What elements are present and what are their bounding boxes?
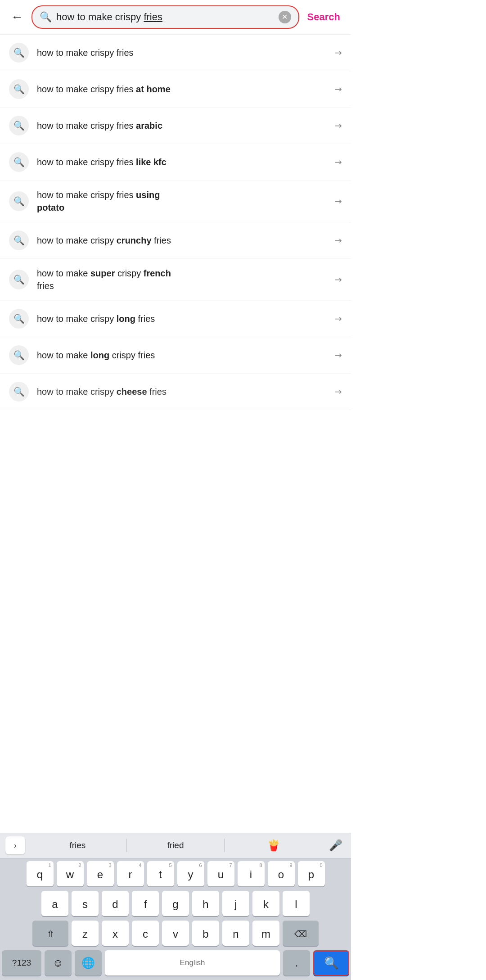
keyboard-row-bottom: ?123 ☺ 🌐 English . 🔍 — [2, 950, 349, 975]
arrow-icon: ↗ — [332, 234, 345, 247]
list-item[interactable]: 🔍 how to make crispy fries arabic ↗ — [0, 108, 351, 144]
keyboard-row-3: ⇧ z x c v b n m ⌫ — [2, 921, 349, 946]
suggestion-search-icon: 🔍 — [9, 382, 29, 402]
list-item[interactable]: 🔍 how to make crispy crunchy fries ↗ — [0, 222, 351, 259]
keyboard-row-2: a s d f g h j k l — [2, 891, 349, 916]
suggestion-text: how to make long crispy fries — [37, 349, 326, 361]
keyboard-word-2[interactable]: fried — [127, 839, 225, 852]
list-item[interactable]: 🔍 how to make crispy fries ↗ — [0, 35, 351, 71]
suggestion-search-icon: 🔍 — [9, 230, 29, 250]
keyboard-mic-button[interactable]: 🎤 — [326, 836, 346, 854]
search-button[interactable]: Search — [304, 9, 344, 25]
list-item[interactable]: 🔍 how to make super crispy frenchfries ↗ — [0, 259, 351, 301]
shift-key[interactable]: ⇧ — [32, 921, 68, 946]
clear-icon: ✕ — [282, 14, 288, 21]
list-item[interactable]: 🔍 how to make crispy fries usingpotato ↗ — [0, 181, 351, 222]
key-q[interactable]: 1q — [27, 861, 54, 886]
key-k[interactable]: k — [252, 891, 279, 916]
key-z[interactable]: z — [72, 921, 99, 946]
key-n[interactable]: n — [222, 921, 249, 946]
arrow-icon: ↗ — [332, 273, 345, 286]
key-d[interactable]: d — [102, 891, 129, 916]
suggestion-text: how to make crispy fries — [37, 46, 326, 59]
key-p[interactable]: 0p — [298, 861, 325, 886]
key-v[interactable]: v — [162, 921, 189, 946]
suggestion-text: how to make super crispy frenchfries — [37, 267, 326, 292]
arrow-icon: ↗ — [332, 349, 345, 362]
arrow-icon: ↗ — [332, 119, 345, 132]
suggestions-list: 🔍 how to make crispy fries ↗ 🔍 how to ma… — [0, 35, 351, 410]
suggestion-text: how to make crispy cheese fries — [37, 385, 326, 398]
key-i[interactable]: 8i — [238, 861, 265, 886]
suggestion-text: how to make crispy fries like kfc — [37, 156, 326, 168]
key-j[interactable]: j — [222, 891, 249, 916]
space-key[interactable]: English — [105, 950, 280, 975]
suggestion-search-icon: 🔍 — [9, 116, 29, 135]
keyboard-suggestions-words: fries fried 🍟 — [25, 837, 326, 854]
suggestion-text: how to make crispy fries usingpotato — [37, 189, 326, 214]
key-r[interactable]: 4r — [117, 861, 144, 886]
suggestion-search-icon: 🔍 — [9, 43, 29, 63]
suggestion-search-icon: 🔍 — [9, 309, 29, 329]
keyboard-suggestions-bar: › fries fried 🍟 🎤 — [0, 833, 351, 858]
key-s[interactable]: s — [72, 891, 99, 916]
list-item[interactable]: 🔍 how to make crispy long fries ↗ — [0, 301, 351, 337]
emoji-key[interactable]: ☺ — [45, 950, 72, 975]
keyboard-search-icon: 🔍 — [324, 956, 338, 970]
search-input[interactable]: how to make crispy fries — [56, 11, 274, 23]
back-button[interactable]: ← — [7, 8, 27, 26]
keyboard-search-button[interactable]: 🔍 — [313, 950, 349, 975]
key-u[interactable]: 7u — [207, 861, 234, 886]
keyboard: › fries fried 🍟 🎤 1q 2w 3e 4r 5t 6y 7u 8… — [0, 833, 351, 980]
search-header: ← 🔍 how to make crispy fries ✕ Search — [0, 0, 351, 35]
numsym-key[interactable]: ?123 — [2, 950, 41, 975]
key-t[interactable]: 5t — [147, 861, 174, 886]
emoji-icon: ☺ — [53, 957, 64, 969]
list-item[interactable]: 🔍 how to make crispy cheese fries ↗ — [0, 374, 351, 410]
key-e[interactable]: 3e — [87, 861, 114, 886]
key-a[interactable]: a — [41, 891, 68, 916]
arrow-icon: ↗ — [332, 46, 345, 59]
suggestion-search-icon: 🔍 — [9, 270, 29, 289]
suggestion-search-icon: 🔍 — [9, 152, 29, 172]
keyboard-word-1[interactable]: fries — [29, 839, 127, 852]
arrow-icon: ↗ — [332, 312, 345, 325]
arrow-icon: ↗ — [332, 195, 345, 208]
suggestion-search-icon: 🔍 — [9, 191, 29, 211]
suggestion-text: how to make crispy fries at home — [37, 83, 326, 95]
keyboard-word-3[interactable]: 🍟 — [225, 837, 322, 854]
search-box: 🔍 how to make crispy fries ✕ — [32, 5, 299, 29]
keyboard-expand-button[interactable]: › — [5, 836, 25, 854]
key-h[interactable]: h — [192, 891, 219, 916]
arrow-icon: ↗ — [332, 385, 345, 398]
key-w[interactable]: 2w — [57, 861, 84, 886]
suggestion-search-icon: 🔍 — [9, 79, 29, 99]
list-item[interactable]: 🔍 how to make crispy fries like kfc ↗ — [0, 144, 351, 181]
key-b[interactable]: b — [192, 921, 219, 946]
suggestion-text: how to make crispy long fries — [37, 312, 326, 325]
key-x[interactable]: x — [102, 921, 129, 946]
key-o[interactable]: 9o — [268, 861, 295, 886]
arrow-icon: ↗ — [332, 83, 345, 96]
list-item[interactable]: 🔍 how to make long crispy fries ↗ — [0, 337, 351, 374]
delete-key[interactable]: ⌫ — [283, 921, 319, 946]
keyboard-rows: 1q 2w 3e 4r 5t 6y 7u 8i 9o 0p a s d f g … — [0, 858, 351, 980]
clear-button[interactable]: ✕ — [279, 11, 291, 23]
arrow-icon: ↗ — [332, 156, 345, 169]
key-c[interactable]: c — [132, 921, 159, 946]
key-m[interactable]: m — [252, 921, 279, 946]
suggestion-text: how to make crispy crunchy fries — [37, 234, 326, 247]
period-key[interactable]: . — [283, 950, 310, 975]
key-y[interactable]: 6y — [177, 861, 204, 886]
globe-icon: 🌐 — [81, 957, 95, 969]
key-g[interactable]: g — [162, 891, 189, 916]
key-l[interactable]: l — [283, 891, 310, 916]
keyboard-row-1: 1q 2w 3e 4r 5t 6y 7u 8i 9o 0p — [2, 861, 349, 886]
search-icon: 🔍 — [40, 11, 52, 23]
suggestion-search-icon: 🔍 — [9, 345, 29, 365]
key-f[interactable]: f — [132, 891, 159, 916]
suggestion-text: how to make crispy fries arabic — [37, 119, 326, 132]
globe-key[interactable]: 🌐 — [75, 950, 102, 975]
list-item[interactable]: 🔍 how to make crispy fries at home ↗ — [0, 71, 351, 108]
